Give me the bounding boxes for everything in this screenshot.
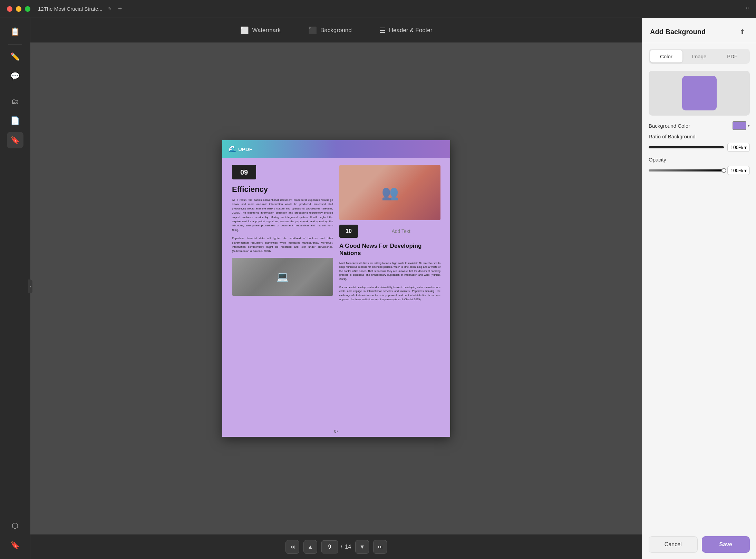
pdf-body: 09 Efficiency As a result, the bank's co…: [222, 158, 450, 437]
stamp-icon: 🔖: [10, 136, 20, 145]
document-icon: 📋: [10, 27, 20, 36]
app-body: 📋 ✏️ 💬 🗂 📄 🔖 ⬡: [0, 18, 756, 559]
watermark-icon: ⬜: [240, 26, 249, 35]
pdf-page: 🌊 UPDF 09 Efficiency As a result, the ba…: [222, 140, 450, 437]
window-title: 12The Most Crucial Strate...: [38, 6, 103, 12]
pdf-bottom-image: 💻: [232, 258, 333, 296]
section-body-text-2: Paperless financial data will lighten th…: [232, 236, 333, 254]
pdf-two-col: 09 Efficiency As a result, the bank's co…: [232, 165, 440, 430]
opacity-value: 100%: [730, 168, 743, 173]
ratio-slider-fill: [649, 146, 724, 148]
ratio-value: 100%: [730, 145, 743, 150]
opacity-slider-row: 100% ▾: [649, 166, 750, 175]
sidebar-item-pages[interactable]: 🗂: [7, 93, 23, 110]
sidebar-item-bookmark[interactable]: 🔖: [7, 537, 23, 553]
sidebar-item-edit[interactable]: ✏️: [7, 49, 23, 65]
logo-text: UPDF: [238, 146, 252, 152]
window-minimize-btn[interactable]: [16, 6, 21, 12]
watermark-toolbar-item[interactable]: ⬜ Watermark: [235, 23, 287, 37]
pdf-right-col: 👥 10 Add Text A Good: [339, 165, 440, 430]
app-wrapper: 12The Most Crucial Strate... ✎ + ⠿ 📋 ✏️ …: [0, 0, 756, 559]
header-footer-icon: ☰: [379, 26, 386, 35]
ratio-slider-container: [649, 146, 724, 148]
sidebar-item-convert[interactable]: 📄: [7, 112, 23, 129]
next-page-btn[interactable]: ▼: [355, 540, 369, 554]
prev-page-btn[interactable]: ▲: [303, 540, 317, 554]
window-close-btn[interactable]: [7, 6, 12, 12]
toolbar: ⬜ Watermark ⬛ Background ☰ Header & Foot…: [30, 18, 642, 43]
window-maximize-btn[interactable]: [25, 6, 30, 12]
panel-section: Background Color ▾ Ratio of Background: [642, 121, 756, 185]
ratio-slider-row: 100% ▾: [649, 143, 750, 152]
ratio-dropdown-arrow: ▾: [744, 145, 747, 150]
edit-pen-icon: ✏️: [10, 52, 20, 61]
window-settings-icon[interactable]: ⠿: [746, 6, 749, 12]
save-button[interactable]: Save: [702, 536, 750, 553]
number-badge-row: 10 Add Text: [339, 224, 440, 238]
color-preview-area: [649, 71, 750, 116]
sidebar-item-document[interactable]: 📋: [7, 23, 23, 40]
bookmark-icon: 🔖: [10, 541, 20, 550]
pdf-logo: 🌊 UPDF: [229, 145, 252, 153]
current-page-input[interactable]: [321, 540, 338, 553]
main-content: ⬜ Watermark ⬛ Background ☰ Header & Foot…: [30, 18, 642, 559]
sidebar-item-comment[interactable]: 💬: [7, 68, 23, 85]
sidebar-item-layers[interactable]: ⬡: [7, 518, 23, 534]
right-text-2: For successful development and sustainab…: [339, 285, 440, 302]
tab-pdf[interactable]: PDF: [716, 50, 748, 62]
section-10-number: 10: [339, 225, 358, 238]
layers-icon: ⬡: [12, 521, 18, 530]
color-picker-dropdown-arrow[interactable]: ▾: [748, 123, 750, 128]
last-page-btn[interactable]: ⏭: [373, 540, 387, 554]
pdf-office-image: 👥: [339, 165, 440, 220]
sidebar-divider-1: [8, 44, 22, 45]
opacity-value-dropdown[interactable]: 100% ▾: [727, 166, 750, 175]
background-icon: ⬛: [308, 26, 317, 35]
tab-image-label: Image: [692, 53, 707, 59]
ratio-section-label: Ratio of Background: [649, 134, 750, 139]
pdf-left-col: 09 Efficiency As a result, the bank's co…: [232, 165, 333, 430]
document-area: 🌊 UPDF 09 Efficiency As a result, the ba…: [30, 43, 642, 534]
laptop-image-placeholder: 💻: [277, 271, 289, 282]
page-input-area: / 14: [321, 540, 351, 553]
page-number: 07: [334, 429, 338, 433]
watermark-label: Watermark: [252, 27, 281, 34]
panel-title: Add Background: [650, 28, 706, 36]
sidebar-collapse-tab[interactable]: ›: [28, 280, 32, 293]
panel-export-btn[interactable]: ⬆: [736, 26, 748, 38]
add-text-label: Add Text: [391, 228, 410, 234]
opacity-dropdown-arrow: ▾: [744, 168, 747, 173]
tab-image[interactable]: Image: [683, 50, 716, 62]
cancel-button[interactable]: Cancel: [649, 536, 698, 553]
right-section-heading: A Good News For Developing Nations: [339, 242, 440, 257]
tab-color[interactable]: Color: [650, 50, 682, 62]
ratio-value-dropdown[interactable]: 100% ▾: [727, 143, 750, 152]
bg-color-label: Background Color: [649, 123, 690, 129]
page-separator: /: [341, 544, 342, 550]
add-text-area: Add Text: [361, 224, 440, 238]
background-toolbar-item[interactable]: ⬛ Background: [303, 23, 357, 37]
ratio-slider-track: [649, 146, 724, 148]
add-tab-btn[interactable]: +: [118, 5, 122, 13]
edit-title-icon[interactable]: ✎: [108, 6, 112, 11]
background-label: Background: [320, 27, 352, 34]
window-chrome: 12The Most Crucial Strate... ✎ + ⠿: [0, 0, 756, 18]
section-efficiency-title: Efficiency: [232, 185, 333, 194]
opacity-slider-thumb[interactable]: [721, 168, 726, 173]
color-picker-btn[interactable]: [733, 121, 746, 130]
right-panel: Add Background ⬆ Color Image PDF: [642, 18, 756, 559]
prev-page-icon: ▲: [308, 544, 313, 550]
first-page-btn[interactable]: ⏮: [285, 540, 299, 554]
sidebar-divider-2: [8, 89, 22, 89]
sidebar-item-stamp[interactable]: 🔖: [7, 132, 23, 148]
office-image-inner: 👥: [339, 165, 440, 220]
header-footer-toolbar-item[interactable]: ☰ Header & Footer: [374, 23, 438, 37]
sidebar: 📋 ✏️ 💬 🗂 📄 🔖 ⬡: [0, 18, 30, 559]
opacity-slider-track: [649, 169, 724, 171]
opacity-slider-fill: [649, 169, 724, 171]
opacity-slider-container: [649, 169, 724, 171]
right-text-1: Most financial institutions are willing …: [339, 261, 440, 281]
logo-icon: 🌊: [229, 145, 236, 153]
section-body-text-1: As a result, the bank's conventional doc…: [232, 198, 333, 232]
bg-color-row: Background Color ▾: [649, 121, 750, 130]
